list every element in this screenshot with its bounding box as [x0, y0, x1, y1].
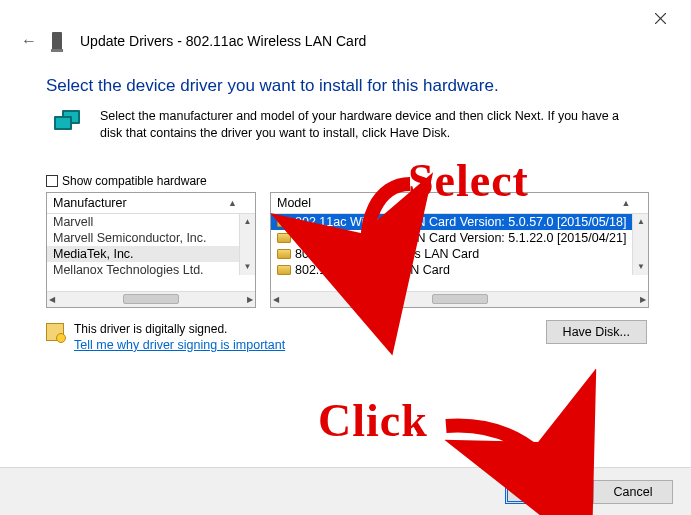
chevron-up-icon: ▲: [228, 198, 237, 208]
signing-info-link[interactable]: Tell me why driver signing is important: [74, 338, 285, 352]
manufacturer-header: Manufacturer ▲: [47, 193, 255, 214]
back-arrow-icon[interactable]: ←: [20, 32, 38, 50]
list-area: Manufacturer ▲ Marvell Marvell Semicondu…: [0, 192, 691, 308]
scroll-right-icon[interactable]: ▶: [247, 295, 253, 304]
scroll-thumb[interactable]: [123, 294, 179, 304]
scroll-left-icon[interactable]: ◀: [49, 295, 55, 304]
scroll-thumb[interactable]: [432, 294, 488, 304]
compat-checkbox[interactable]: [46, 175, 58, 187]
vertical-scrollbar[interactable]: ▲ ▼: [239, 214, 255, 275]
scroll-down-icon[interactable]: ▼: [633, 259, 648, 275]
model-item-label: 802.11ac Wireless LAN Card Version: 5.1.…: [295, 231, 626, 245]
model-item-label: 802.11n USB Wireless LAN Card: [295, 247, 479, 261]
list-item[interactable]: Marvell Semiconductor, Inc.: [47, 230, 239, 246]
page-heading: Select the device driver you want to ins…: [0, 56, 691, 104]
scroll-left-icon[interactable]: ◀: [273, 295, 279, 304]
card-icon: [277, 249, 291, 259]
list-item[interactable]: 802.11ac Wireless LAN Card Version: 5.1.…: [271, 230, 632, 246]
list-item[interactable]: 802.11n USB Wireless LAN Card: [271, 246, 632, 262]
model-listbox[interactable]: Model ▲ 802.11ac Wireless LAN Card Versi…: [270, 192, 649, 308]
card-icon: [277, 217, 291, 227]
hardware-icon: [52, 110, 86, 142]
manufacturer-listbox[interactable]: Manufacturer ▲ Marvell Marvell Semicondu…: [46, 192, 256, 308]
signing-status: This driver is digitally signed.: [74, 322, 285, 336]
card-icon: [277, 233, 291, 243]
signed-row: This driver is digitally signed. Tell me…: [0, 308, 691, 352]
next-button[interactable]: Next: [505, 480, 585, 504]
chevron-up-icon: ▲: [622, 198, 631, 208]
model-header: Model ▲: [271, 193, 648, 214]
list-item[interactable]: 802.11ac Wireless LAN Card Version: 5.0.…: [271, 214, 632, 230]
model-item-label: 802.11n Wireless LAN Card: [295, 263, 450, 277]
model-item-label: 802.11ac Wireless LAN Card Version: 5.0.…: [295, 215, 626, 229]
scroll-down-icon[interactable]: ▼: [240, 259, 255, 275]
scroll-up-icon[interactable]: ▲: [240, 214, 255, 230]
list-item[interactable]: Mellanox Technologies Ltd.: [47, 262, 239, 278]
vertical-scrollbar[interactable]: ▲ ▼: [632, 214, 648, 275]
have-disk-button[interactable]: Have Disk...: [546, 320, 647, 344]
device-icon: [52, 32, 62, 50]
horizontal-scrollbar[interactable]: ◀ ▶: [47, 291, 255, 307]
cancel-button[interactable]: Cancel: [593, 480, 673, 504]
close-button[interactable]: [638, 4, 683, 32]
horizontal-scrollbar[interactable]: ◀ ▶: [271, 291, 648, 307]
instruction-text: Select the manufacturer and model of you…: [100, 108, 640, 142]
card-icon: [277, 265, 291, 275]
compat-row: Show compatible hardware: [0, 144, 691, 192]
scroll-right-icon[interactable]: ▶: [640, 295, 646, 304]
titlebar: [0, 0, 691, 32]
footer: Next Cancel: [0, 467, 691, 515]
compat-label[interactable]: Show compatible hardware: [62, 174, 207, 188]
annotation-click-label: Click: [318, 394, 428, 447]
list-item[interactable]: 802.11n Wireless LAN Card: [271, 262, 632, 278]
scroll-up-icon[interactable]: ▲: [633, 214, 648, 230]
list-item[interactable]: MediaTek, Inc.: [47, 246, 239, 262]
instruction-row: Select the manufacturer and model of you…: [0, 104, 691, 144]
header: ← Update Drivers - 802.11ac Wireless LAN…: [0, 32, 691, 56]
certificate-icon: [46, 323, 64, 341]
list-item[interactable]: Marvell: [47, 214, 239, 230]
window-title: Update Drivers - 802.11ac Wireless LAN C…: [80, 33, 366, 49]
